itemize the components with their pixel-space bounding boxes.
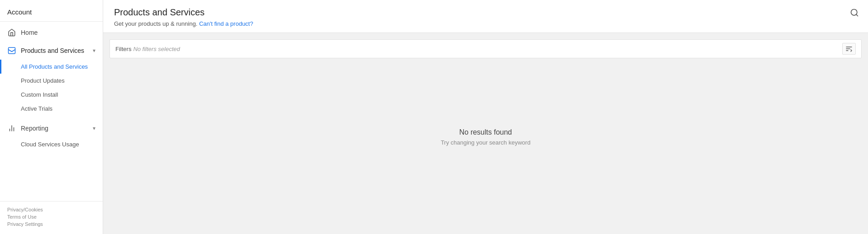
product-updates-label: Product Updates (21, 77, 65, 84)
sidebar-footer: Privacy/Cookies Terms of Use Privacy Set… (0, 201, 103, 234)
sidebar: Account Home Products and Services ▾ (0, 0, 103, 234)
search-icon[interactable] (850, 8, 859, 17)
custom-install-label: Custom Install (21, 91, 58, 98)
svg-line-5 (856, 14, 858, 16)
terms-of-use-link[interactable]: Terms of Use (7, 214, 95, 220)
home-icon (7, 28, 16, 37)
privacy-cookies-link[interactable]: Privacy/Cookies (7, 207, 95, 212)
sidebar-item-cloud-services[interactable]: Cloud Services Usage (0, 137, 103, 151)
sidebar-products-label: Products and Services (21, 47, 84, 54)
sidebar-item-custom-install[interactable]: Custom Install (0, 88, 103, 102)
chart-icon (7, 124, 16, 133)
reporting-chevron-icon: ▾ (93, 125, 95, 131)
sidebar-item-home[interactable]: Home (0, 23, 103, 42)
sidebar-nav: Home Products and Services ▾ All Product… (0, 22, 103, 201)
sidebar-item-product-updates[interactable]: Product Updates (0, 74, 103, 88)
box-icon (7, 46, 16, 55)
chevron-down-icon: ▾ (93, 47, 95, 54)
sidebar-home-label: Home (21, 29, 38, 36)
subtitle: Get your products up & running. Can't fi… (114, 20, 857, 27)
page-title: Products and Services (114, 7, 857, 18)
reporting-label: Reporting (21, 125, 48, 132)
empty-title: No results found (459, 128, 512, 136)
privacy-settings-link[interactable]: Privacy Settings (7, 221, 95, 227)
sidebar-item-all-products[interactable]: All Products and Services (0, 60, 103, 74)
account-label: Account (0, 0, 103, 22)
empty-subtitle: Try changing your search keyword (441, 139, 530, 146)
cloud-services-label: Cloud Services Usage (21, 141, 79, 148)
main-content: Products and Services Get your products … (103, 0, 868, 234)
active-trials-label: Active Trials (21, 105, 52, 112)
svg-rect-0 (9, 47, 15, 54)
empty-state: No results found Try changing your searc… (103, 40, 868, 234)
all-products-label: All Products and Services (21, 63, 88, 70)
cant-find-link[interactable]: Can't find a product? (199, 20, 253, 27)
main-header: Products and Services Get your products … (103, 0, 868, 33)
sidebar-item-active-trials[interactable]: Active Trials (0, 102, 103, 116)
sidebar-item-reporting[interactable]: Reporting ▾ (0, 119, 103, 137)
sidebar-item-products[interactable]: Products and Services ▾ (0, 42, 103, 60)
